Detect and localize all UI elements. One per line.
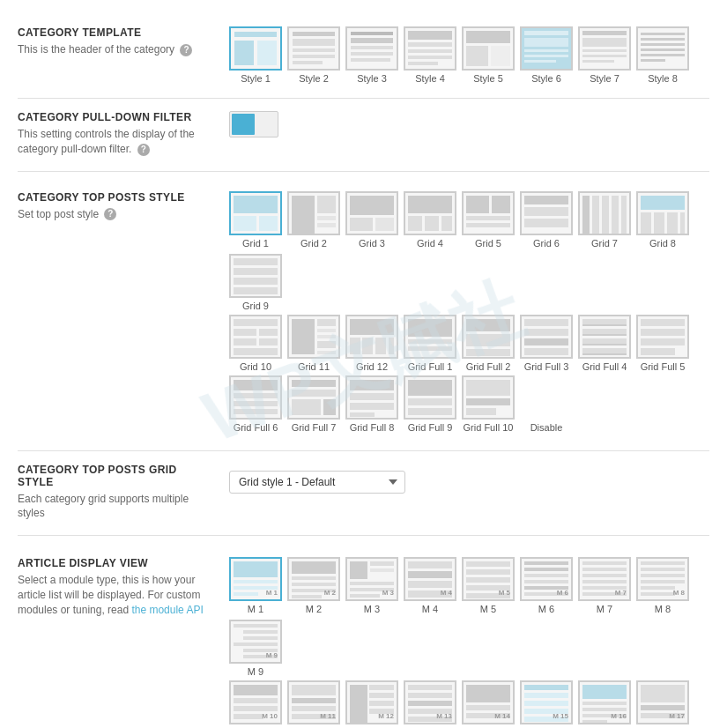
style-7-thumb[interactable] — [578, 26, 631, 71]
module-5-item[interactable]: M 5 M 5 — [462, 557, 515, 614]
grid-full-10-thumb[interactable] — [462, 375, 515, 420]
module-10-thumb[interactable]: M 10 — [229, 680, 282, 724]
grid-6-thumb[interactable] — [520, 191, 573, 235]
grid-full-8-thumb[interactable] — [345, 375, 398, 420]
module-3-item[interactable]: M 3 M 3 — [345, 557, 398, 614]
style-8-thumb[interactable] — [636, 26, 689, 71]
module-15-thumb[interactable]: M 15 — [520, 680, 573, 724]
module-13-item[interactable]: M 13 M 13 — [404, 680, 456, 728]
grid-full-7-item[interactable]: Grid Full 7 — [287, 375, 340, 433]
grid-full-5-item[interactable]: Grid Full 5 — [636, 315, 689, 372]
grid-5-item[interactable]: Grid 5 — [462, 191, 515, 249]
module-8-thumb[interactable]: M 8 — [636, 557, 689, 601]
grid-3-thumb[interactable] — [345, 191, 398, 235]
module-9-thumb[interactable]: M 9 — [229, 620, 282, 664]
grid-disable-thumb[interactable] — [520, 375, 573, 420]
filter-toggle[interactable] — [229, 111, 278, 137]
module-3-thumb[interactable]: M 3 — [345, 557, 398, 601]
module-7-thumb[interactable]: M 7 — [578, 557, 631, 601]
grid-5-thumb[interactable] — [462, 191, 515, 235]
grid-8-thumb[interactable] — [636, 191, 689, 235]
module-2-thumb[interactable]: M 2 — [287, 557, 340, 601]
grid-11-thumb[interactable] — [287, 315, 340, 359]
style-5-item[interactable]: Style 5 — [462, 26, 515, 84]
grid-full-3-thumb[interactable] — [520, 315, 573, 359]
grid-style-select[interactable]: Grid style 1 - Default Grid style 2 Grid… — [229, 471, 405, 494]
module-6-thumb[interactable]: M 6 — [520, 557, 573, 601]
grid-1-item[interactable]: Grid 1 — [229, 191, 282, 249]
grid-full-5-thumb[interactable] — [636, 315, 689, 359]
category-filter-help[interactable]: ? — [137, 144, 150, 156]
module-1-item[interactable]: M 1 M 1 — [229, 557, 282, 614]
grid-2-item[interactable]: Grid 2 — [287, 191, 340, 249]
module-15-item[interactable]: M 15 M 15 — [520, 680, 573, 728]
module-2-item[interactable]: M 2 M 2 — [287, 557, 340, 614]
top-posts-style-help[interactable]: ? — [104, 208, 116, 220]
module-10-item[interactable]: M 10 M 10 — [229, 680, 282, 728]
grid-10-thumb[interactable] — [229, 315, 282, 359]
module-7-item[interactable]: M 7 M 7 — [578, 557, 631, 614]
grid-9-thumb[interactable] — [229, 254, 282, 298]
module-13-thumb[interactable]: M 13 — [404, 680, 456, 724]
module-14-item[interactable]: M 14 M 14 — [462, 680, 515, 728]
style-4-thumb[interactable] — [404, 26, 456, 71]
grid-full-3-item[interactable]: Grid Full 3 — [520, 315, 573, 372]
module-1-thumb[interactable]: M 1 — [229, 557, 282, 601]
grid-2-thumb[interactable] — [287, 191, 340, 235]
style-6-item[interactable]: Style 6 — [520, 26, 573, 84]
module-11-item[interactable]: M 11 M 11 — [287, 680, 340, 728]
style-8-item[interactable]: Style 8 — [636, 26, 689, 84]
grid-full-1-item[interactable]: Grid Full 1 — [404, 315, 456, 372]
style-1-item[interactable]: Style 1 — [229, 26, 282, 84]
module-5-thumb[interactable]: M 5 — [462, 557, 515, 601]
grid-full-9-item[interactable]: Grid Full 9 — [404, 375, 456, 433]
grid-full-9-thumb[interactable] — [404, 375, 456, 420]
module-4-thumb[interactable]: M 4 — [404, 557, 456, 601]
grid-4-thumb[interactable] — [404, 191, 456, 235]
grid-8-item[interactable]: Grid 8 — [636, 191, 689, 249]
grid-11-item[interactable]: Grid 11 — [287, 315, 340, 372]
module-12-thumb[interactable]: M 12 — [345, 680, 398, 724]
style-2-thumb[interactable] — [287, 26, 340, 71]
module-16-item[interactable]: M 16 M 16 — [578, 680, 631, 728]
grid-9-item[interactable]: Grid 9 — [229, 254, 282, 311]
grid-4-item[interactable]: Grid 4 — [404, 191, 456, 249]
grid-7-item[interactable]: Grid 7 — [578, 191, 631, 249]
module-16-thumb[interactable]: M 16 — [578, 680, 631, 724]
grid-full-1-thumb[interactable] — [404, 315, 456, 359]
module-6-item[interactable]: M 6 M 6 — [520, 557, 573, 614]
grid-full-4-item[interactable]: Grid Full 4 — [578, 315, 631, 372]
style-5-thumb[interactable] — [462, 26, 515, 71]
module-4-item[interactable]: M 4 M 4 — [404, 557, 456, 614]
grid-6-item[interactable]: Grid 6 — [520, 191, 573, 249]
style-7-item[interactable]: Style 7 — [578, 26, 631, 84]
category-template-help[interactable]: ? — [180, 44, 192, 56]
module-8-item[interactable]: M 8 M 8 — [636, 557, 689, 614]
style-6-thumb[interactable] — [520, 26, 573, 71]
module-11-thumb[interactable]: M 11 — [287, 680, 340, 724]
grid-full-8-item[interactable]: Grid Full 8 — [345, 375, 398, 433]
grid-3-item[interactable]: Grid 3 — [345, 191, 398, 249]
module-17-thumb[interactable]: M 17 — [636, 680, 689, 724]
grid-1-thumb[interactable] — [229, 191, 282, 235]
module-api-link[interactable]: the module API — [131, 604, 203, 616]
grid-full-6-thumb[interactable] — [229, 375, 282, 420]
grid-full-7-thumb[interactable] — [287, 375, 340, 420]
grid-12-thumb[interactable] — [345, 315, 398, 359]
grid-full-4-thumb[interactable] — [578, 315, 631, 359]
module-9-item[interactable]: M 9 M 9 — [229, 620, 282, 677]
grid-full-10-item[interactable]: Grid Full 10 — [462, 375, 515, 433]
grid-12-item[interactable]: Grid 12 — [345, 315, 398, 372]
grid-disable-item[interactable]: Disable — [520, 375, 573, 433]
grid-7-thumb[interactable] — [578, 191, 631, 235]
module-17-item[interactable]: M 17 M 17 — [636, 680, 689, 728]
style-3-thumb[interactable] — [345, 26, 398, 71]
style-1-thumb[interactable] — [229, 26, 282, 71]
style-2-item[interactable]: Style 2 — [287, 26, 340, 84]
style-3-item[interactable]: Style 3 — [345, 26, 398, 84]
style-4-item[interactable]: Style 4 — [404, 26, 456, 84]
grid-full-2-thumb[interactable] — [462, 315, 515, 359]
grid-full-6-item[interactable]: Grid Full 6 — [229, 375, 282, 433]
module-14-thumb[interactable]: M 14 — [462, 680, 515, 724]
grid-10-item[interactable]: Grid 10 — [229, 315, 282, 372]
